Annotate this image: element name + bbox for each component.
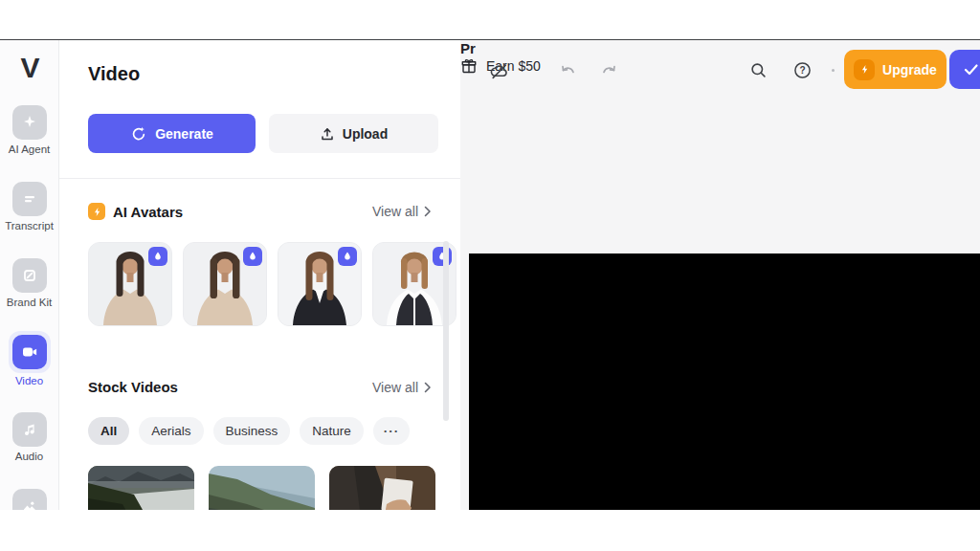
stock-filter-chips: All Aerials Business Nature ··· bbox=[88, 417, 410, 445]
toolbar-dot bbox=[832, 69, 835, 72]
sidebar-item-brand-kit[interactable]: Brand Kit bbox=[0, 258, 58, 308]
sidebar-label: Audio bbox=[0, 451, 58, 462]
avatar-ai-badge-icon bbox=[243, 247, 262, 266]
sidebar-item-media[interactable] bbox=[0, 489, 58, 510]
svg-text:?: ? bbox=[799, 65, 805, 76]
sidebar-label: Transcript bbox=[0, 220, 58, 231]
stock-section-title: Stock Videos bbox=[88, 379, 178, 395]
panel-scrollbar[interactable] bbox=[443, 241, 449, 421]
filter-chip-business[interactable]: Business bbox=[213, 417, 291, 445]
help-icon[interactable]: ? bbox=[793, 61, 812, 79]
avatars-view-all-link[interactable]: View all bbox=[372, 204, 432, 219]
generate-icon bbox=[130, 125, 147, 143]
upload-icon bbox=[320, 126, 335, 142]
sidebar-label: Brand Kit bbox=[0, 297, 58, 308]
avatar-ai-badge-icon bbox=[148, 247, 167, 266]
transcript-icon bbox=[12, 182, 47, 216]
upload-label: Upload bbox=[343, 126, 388, 142]
veed-logo[interactable]: V bbox=[0, 52, 58, 84]
video-camera-icon bbox=[12, 335, 47, 369]
stock-video-thumb[interactable] bbox=[329, 466, 435, 510]
sidebar-item-audio[interactable]: Audio bbox=[0, 412, 58, 462]
redo-icon[interactable] bbox=[600, 62, 617, 79]
sidebar-label: Video bbox=[0, 375, 58, 386]
filter-chip-aerials[interactable]: Aerials bbox=[139, 417, 203, 445]
video-panel: Video Generate Upload AI Avatars View al… bbox=[59, 40, 461, 510]
lightning-icon bbox=[854, 59, 875, 80]
avatar-ai-badge-icon bbox=[433, 247, 452, 266]
editor-area: Pr Earn $50 ? bbox=[460, 40, 980, 510]
avatar-card[interactable] bbox=[183, 242, 267, 326]
sidebar-item-video[interactable]: Video bbox=[0, 331, 58, 386]
avatar-list bbox=[88, 242, 457, 326]
done-button[interactable] bbox=[949, 50, 980, 89]
project-title[interactable]: Pr bbox=[460, 40, 476, 56]
stock-video-thumb[interactable] bbox=[209, 466, 315, 510]
avatar-ai-badge-icon bbox=[338, 247, 357, 266]
music-note-icon bbox=[12, 412, 47, 447]
active-item-pill bbox=[9, 331, 51, 373]
undo-icon[interactable] bbox=[560, 62, 577, 79]
upload-button[interactable]: Upload bbox=[269, 114, 438, 153]
app-window: V AI Agent Transcript Brand Kit bbox=[0, 40, 980, 510]
filter-chip-more[interactable]: ··· bbox=[373, 417, 411, 445]
page-title: Video bbox=[88, 63, 140, 85]
sparkle-icon bbox=[12, 105, 47, 140]
stock-video-thumb[interactable] bbox=[88, 466, 194, 510]
video-canvas[interactable] bbox=[469, 253, 980, 510]
stock-thumb-list bbox=[88, 466, 435, 510]
avatar-card[interactable] bbox=[88, 242, 172, 326]
ai-badge-icon bbox=[88, 203, 105, 220]
brand-kit-icon bbox=[12, 258, 47, 293]
image-icon bbox=[12, 489, 47, 510]
upgrade-label: Upgrade bbox=[882, 62, 937, 77]
check-icon bbox=[962, 60, 980, 78]
sidebar: V AI Agent Transcript Brand Kit bbox=[0, 40, 59, 510]
upgrade-button[interactable]: Upgrade bbox=[844, 50, 947, 89]
gift-icon bbox=[460, 57, 478, 75]
cloud-off-icon[interactable] bbox=[489, 61, 509, 81]
filter-chip-all[interactable]: All bbox=[88, 417, 129, 445]
search-icon[interactable] bbox=[749, 61, 768, 79]
sidebar-item-ai-agent[interactable]: AI Agent bbox=[0, 105, 58, 155]
sidebar-item-transcript[interactable]: Transcript bbox=[0, 182, 58, 231]
generate-button[interactable]: Generate bbox=[88, 114, 256, 153]
stock-view-all-link[interactable]: View all bbox=[372, 380, 432, 395]
filter-chip-nature[interactable]: Nature bbox=[300, 417, 364, 445]
section-divider bbox=[59, 178, 460, 179]
chevron-right-icon bbox=[424, 382, 432, 393]
avatar-card[interactable] bbox=[278, 242, 362, 326]
chevron-right-icon bbox=[424, 206, 432, 217]
generate-label: Generate bbox=[155, 126, 213, 142]
sidebar-label: AI Agent bbox=[0, 143, 58, 155]
avatars-section-title: AI Avatars bbox=[113, 204, 183, 220]
